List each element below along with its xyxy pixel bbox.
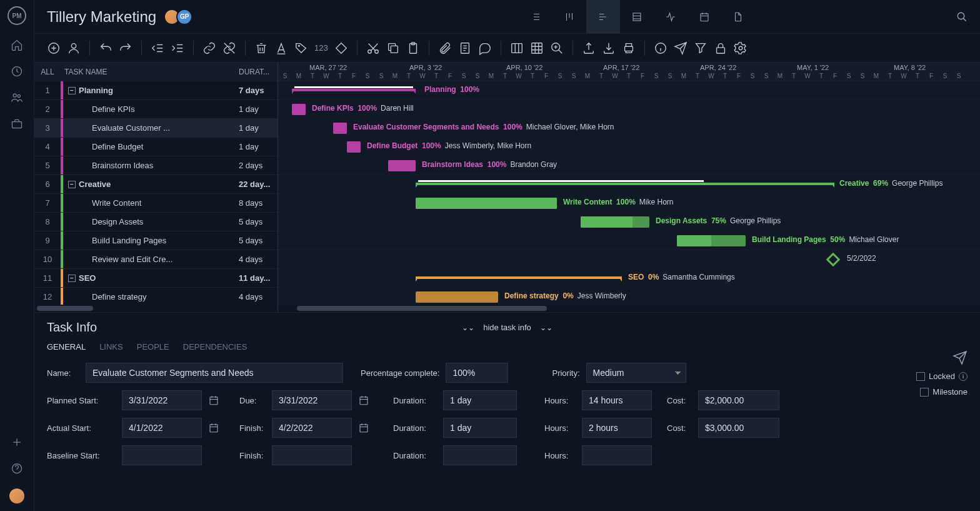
hrs2-input[interactable] xyxy=(582,418,652,438)
send-icon[interactable] xyxy=(674,41,688,55)
indent-icon[interactable] xyxy=(171,41,184,55)
filter-icon[interactable] xyxy=(694,41,708,55)
cut-icon[interactable] xyxy=(366,41,380,55)
gantt-row[interactable]: Planning 100% xyxy=(278,81,980,100)
user-avatar[interactable] xyxy=(9,488,24,503)
link-icon[interactable] xyxy=(202,41,216,55)
milestone-checkbox[interactable]: Milestone xyxy=(920,387,968,397)
calendar-icon[interactable] xyxy=(358,422,369,433)
calendar-icon[interactable] xyxy=(208,395,219,406)
task-row[interactable]: 11−SEO11 day... xyxy=(34,269,278,288)
calendar-icon[interactable] xyxy=(208,422,219,433)
task-row[interactable]: 6−Creative22 day... xyxy=(34,175,278,194)
gantt-row[interactable]: SEO 0%Samantha Cummings xyxy=(278,269,980,288)
lock-icon[interactable] xyxy=(714,41,728,55)
undo-icon[interactable] xyxy=(99,41,112,55)
tab-links[interactable]: LINKS xyxy=(99,342,123,352)
help-icon[interactable] xyxy=(11,462,23,475)
timeline[interactable]: SMTWTFSSMTWTFSSMTWTFSSMTWTFSSMTWTFSSMTWT… xyxy=(278,63,980,312)
name-input[interactable] xyxy=(86,363,343,383)
priority-select[interactable]: Medium xyxy=(586,363,686,383)
tab-general[interactable]: GENERAL xyxy=(47,342,86,352)
col-all[interactable]: ALL xyxy=(34,68,61,76)
gantt-row[interactable]: Define strategy 0%Jess Wimberly xyxy=(278,288,980,306)
export-icon[interactable] xyxy=(582,41,596,55)
member-avatars[interactable]: GP xyxy=(168,9,192,25)
import-icon[interactable] xyxy=(602,41,616,55)
cost-input[interactable] xyxy=(698,390,779,410)
unlink-icon[interactable] xyxy=(222,41,236,55)
logo[interactable]: PM xyxy=(8,6,26,25)
comment-icon[interactable] xyxy=(478,41,492,55)
gantt-row[interactable]: 5/2/2022 xyxy=(278,250,980,269)
cost2-input[interactable] xyxy=(698,418,779,438)
briefcase-icon[interactable] xyxy=(11,118,23,130)
view-board[interactable] xyxy=(552,0,586,34)
gantt-row[interactable]: Build Landing Pages 50%Michael Glover xyxy=(278,231,980,250)
dur-input[interactable] xyxy=(443,390,517,410)
zoom-icon[interactable] xyxy=(550,41,564,55)
bs-input[interactable] xyxy=(122,445,202,465)
gantt-row[interactable]: Define Budget 100%Jess Wimberly, Mike Ho… xyxy=(278,138,980,156)
home-icon[interactable] xyxy=(11,39,23,51)
gantt-row[interactable]: Creative 69%George Phillips xyxy=(278,175,980,194)
due-input[interactable] xyxy=(272,390,352,410)
clock-icon[interactable] xyxy=(11,65,23,78)
col-duration[interactable]: DURAT... xyxy=(239,68,278,76)
columns-icon[interactable] xyxy=(510,41,524,55)
copy-icon[interactable] xyxy=(386,41,400,55)
gantt-row[interactable]: Brainstorm Ideas 100%Brandon Gray xyxy=(278,156,980,175)
settings-icon[interactable] xyxy=(734,41,748,55)
font-icon[interactable] xyxy=(274,41,288,55)
grid-icon[interactable] xyxy=(530,41,544,55)
locked-checkbox[interactable]: Lockedi xyxy=(916,372,968,381)
outdent-icon[interactable] xyxy=(151,41,164,55)
tag-icon[interactable] xyxy=(294,41,308,55)
tab-people[interactable]: PEOPLE xyxy=(137,342,169,352)
view-calendar[interactable] xyxy=(688,0,721,34)
people-icon[interactable] xyxy=(11,91,23,104)
note-icon[interactable] xyxy=(458,41,472,55)
milestone-icon[interactable] xyxy=(334,41,348,55)
tab-dependencies[interactable]: DEPENDENCIES xyxy=(183,342,248,352)
trash-icon[interactable] xyxy=(254,41,268,55)
task-row[interactable]: 4Define Budget1 day xyxy=(34,138,278,156)
gantt-row[interactable]: Define KPIs 100%Daren Hill xyxy=(278,100,980,119)
gantt-row[interactable]: Write Content 100%Mike Horn xyxy=(278,194,980,213)
task-row[interactable]: 5Brainstorm Ideas2 days xyxy=(34,156,278,175)
task-row[interactable]: 10Review and Edit Cre...4 days xyxy=(34,250,278,269)
view-activity[interactable] xyxy=(654,0,688,34)
search-icon[interactable] xyxy=(956,11,968,23)
fin-input[interactable] xyxy=(272,418,352,438)
view-sheet[interactable] xyxy=(620,0,654,34)
plus-icon[interactable] xyxy=(11,436,23,448)
dur2-input[interactable] xyxy=(443,418,517,438)
task-row[interactable]: 1−Planning7 days xyxy=(34,81,278,100)
pc-input[interactable] xyxy=(446,363,508,383)
task-row[interactable]: 7Write Content8 days xyxy=(34,194,278,213)
gantt-row[interactable]: Design Assets 75%George Phillips xyxy=(278,213,980,231)
gantt-row[interactable]: Evaluate Customer Segments and Needs 100… xyxy=(278,119,980,138)
attach-icon[interactable] xyxy=(438,41,452,55)
bhrs-input[interactable] xyxy=(582,445,652,465)
col-taskname[interactable]: TASK NAME xyxy=(61,68,239,76)
print-icon[interactable] xyxy=(622,41,636,55)
task-row[interactable]: 9Build Landing Pages5 days xyxy=(34,231,278,250)
view-list[interactable] xyxy=(519,0,552,34)
as-input[interactable] xyxy=(122,418,202,438)
redo-icon[interactable] xyxy=(119,41,132,55)
hide-task-info[interactable]: ⌄⌄ hide task info ⌄⌄ xyxy=(462,323,552,332)
bdur-input[interactable] xyxy=(443,445,517,465)
view-gantt[interactable] xyxy=(586,0,620,34)
info-icon[interactable] xyxy=(654,41,668,55)
view-files[interactable] xyxy=(721,0,755,34)
task-row[interactable]: 2Define KPIs1 day xyxy=(34,100,278,119)
task-row[interactable]: 8Design Assets5 days xyxy=(34,213,278,231)
task-row[interactable]: 12Define strategy4 days xyxy=(34,288,278,305)
add-icon[interactable] xyxy=(47,41,61,55)
send-icon[interactable] xyxy=(952,350,968,365)
paste-icon[interactable] xyxy=(406,41,420,55)
assign-icon[interactable] xyxy=(67,41,81,55)
ps-input[interactable] xyxy=(122,390,202,410)
calendar-icon[interactable] xyxy=(358,395,369,406)
